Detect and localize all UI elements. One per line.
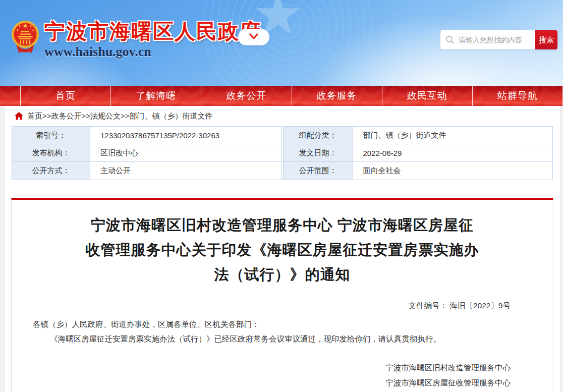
nav-item-gov-disclosure[interactable]: 政务公开 [201, 86, 291, 106]
meta-label: 组配分类： [284, 127, 353, 144]
document-title-line: 宁波市海曙区旧村改造管理服务中心 宁波市海曙区房屋征 [12, 213, 553, 238]
document-signatures: 宁波市海曙区旧村改造管理服务中心 宁波市海曙区房屋征收管理服务中心 2022年6… [33, 360, 511, 392]
meta-value-publish-date: 2022-06-29 [353, 144, 553, 161]
nav-item-site-navigation[interactable]: 站群导航 [472, 86, 563, 106]
meta-label: 发文日期： [284, 144, 353, 161]
site-title[interactable]: 宁波市海曙区人民政府 [44, 19, 261, 43]
site-switcher-dropdown[interactable] [238, 29, 269, 45]
search-input[interactable] [440, 30, 535, 49]
search-button[interactable]: 搜索 [535, 30, 557, 49]
search-icon [445, 35, 455, 46]
site-url[interactable]: www.haishu.gov.cn [44, 44, 261, 60]
meta-value-disclosure-method: 主动公开 [90, 162, 282, 180]
meta-value-issuing-agency: 区旧改中心 [90, 144, 282, 161]
document-container: 宁波市海曙区旧村改造管理服务中心 宁波市海曙区房屋征 收管理服务中心关于印发《海… [11, 198, 553, 392]
document-title: 宁波市海曙区旧村改造管理服务中心 宁波市海曙区房屋征 收管理服务中心关于印发《海… [12, 213, 553, 287]
meta-row-index-number: 索引号： 12330203786757135P/2022-30263 [12, 127, 282, 144]
document-number: 文件编号： 海旧〔2022〕9号 [33, 298, 511, 313]
meta-label: 公开方式： [12, 162, 90, 180]
nav-item-gov-services[interactable]: 政务服务 [292, 86, 382, 106]
meta-row-issuing-agency: 发布机构： 区旧改中心 [12, 144, 282, 162]
document-paragraph: 《海曙区房屋征迁安置房票实施办法（试行）》已经区政府常务会议审议通过，现印发给你… [33, 331, 511, 346]
site-banner: 宁波市海曙区人民政府 www.haishu.gov.cn 搜索 [0, 0, 563, 86]
document-meta: 索引号： 12330203786757135P/2022-30263 发布机构：… [5, 126, 560, 180]
breadcrumb: 首页>>政务公开>>法规公文>>部门、镇（乡）街道文件 [5, 106, 560, 126]
breadcrumb-path[interactable]: 首页>>政务公开>>法规公文>>部门、镇（乡）街道文件 [27, 111, 213, 121]
meta-row-disclosure-scope: 公开范围： 面向全社会 [284, 162, 553, 180]
signature-line: 宁波市海曙区旧村改造管理服务中心 [33, 360, 511, 375]
document-salutation: 各镇（乡）人民政府、街道办事处，区属各单位、区机关各部门： [33, 317, 511, 331]
meta-label: 索引号： [12, 127, 90, 144]
home-icon [15, 112, 23, 120]
meta-value-disclosure-scope: 面向全社会 [353, 162, 553, 180]
meta-row-disclosure-method: 公开方式： 主动公开 [12, 162, 282, 180]
meta-label: 发布机构： [12, 144, 90, 161]
meta-row-publish-date: 发文日期： 2022-06-29 [284, 144, 553, 162]
nav-item-about-haishu[interactable]: 了解海曙 [110, 86, 201, 106]
meta-value-index-number: 12330203786757135P/2022-30263 [90, 127, 282, 144]
meta-table-right: 组配分类： 部门、镇（乡）街道文件 发文日期： 2022-06-29 公开范围：… [283, 126, 553, 180]
national-emblem-icon [11, 19, 39, 58]
document-title-line: 法（试行）》的通知 [12, 262, 553, 287]
chevron-down-icon [248, 32, 260, 43]
meta-label: 公开范围： [284, 162, 353, 180]
main-content-area: 首页>>政务公开>>法规公文>>部门、镇（乡）街道文件 索引号： 1233020… [4, 106, 560, 392]
signature-line: 宁波市海曙区房屋征收管理服务中心 [33, 375, 511, 390]
main-nav: 首页 了解海曙 政务公开 政务服务 政民互动 站群导航 [0, 86, 563, 106]
document-body: 文件编号： 海旧〔2022〕9号 各镇（乡）人民政府、街道办事处，区属各单位、区… [12, 298, 553, 392]
site-search: 搜索 [440, 30, 557, 49]
nav-item-public-interaction[interactable]: 政民互动 [382, 86, 472, 106]
meta-value-category: 部门、镇（乡）街道文件 [353, 127, 553, 144]
nav-item-home[interactable]: 首页 [20, 86, 110, 106]
site-logo[interactable]: 宁波市海曙区人民政府 www.haishu.gov.cn [11, 19, 261, 60]
meta-table-left: 索引号： 12330203786757135P/2022-30263 发布机构：… [12, 126, 282, 180]
document-title-line: 收管理服务中心关于印发《海曙区房屋征迁安置房票实施办 [12, 238, 553, 262]
meta-row-category: 组配分类： 部门、镇（乡）街道文件 [284, 127, 553, 144]
